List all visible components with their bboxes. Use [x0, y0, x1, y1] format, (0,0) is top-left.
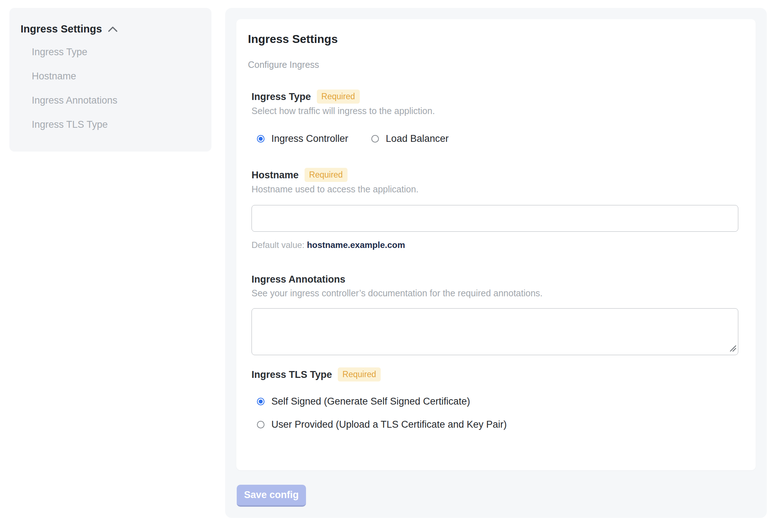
- ingress-annotations-help: See your ingress controller’s documentat…: [252, 287, 738, 299]
- radio-option-load-balancer[interactable]: Load Balancer: [371, 132, 449, 145]
- ingress-type-radio-group: Ingress Controller Load Balancer: [257, 132, 738, 145]
- settings-nav-sidebar: Ingress Settings Ingress Type Hostname I…: [9, 8, 211, 152]
- required-badge: Required: [317, 90, 360, 104]
- radio-selected-icon[interactable]: [257, 398, 265, 405]
- page-subtitle: Configure Ingress: [248, 59, 738, 70]
- sidebar-section-title: Ingress Settings: [21, 22, 102, 35]
- default-value-label: Default value:: [252, 240, 305, 250]
- sidebar-item-ingress-type[interactable]: Ingress Type: [32, 45, 204, 59]
- sidebar-item-list: Ingress Type Hostname Ingress Annotation…: [21, 45, 204, 132]
- sidebar-section-toggle[interactable]: Ingress Settings: [21, 22, 204, 35]
- save-config-button[interactable]: Save config: [237, 485, 306, 507]
- default-value-text: hostname.example.com: [307, 240, 405, 250]
- ingress-annotations-label: Ingress Annotations: [252, 273, 345, 286]
- ingress-settings-card: Ingress Settings Configure Ingress Ingre…: [236, 19, 756, 470]
- radio-label-load-balancer: Load Balancer: [386, 132, 449, 145]
- radio-unselected-icon[interactable]: [257, 421, 265, 428]
- ingress-annotations-textarea[interactable]: [252, 308, 738, 355]
- section-ingress-type: Ingress Type Required Select how traffic…: [252, 90, 738, 145]
- radio-unselected-icon[interactable]: [371, 135, 379, 143]
- sidebar-item-hostname[interactable]: Hostname: [32, 69, 204, 83]
- chevron-up-icon: [108, 26, 118, 34]
- section-ingress-annotations: Ingress Annotations See your ingress con…: [252, 273, 738, 355]
- required-badge: Required: [305, 168, 348, 182]
- sidebar-item-ingress-annotations[interactable]: Ingress Annotations: [32, 93, 204, 108]
- sidebar-item-ingress-tls-type[interactable]: Ingress TLS Type: [32, 117, 204, 132]
- radio-option-ingress-controller[interactable]: Ingress Controller: [257, 132, 348, 145]
- hostname-default-row: Default value: hostname.example.com: [252, 240, 738, 250]
- radio-option-user-provided[interactable]: User Provided (Upload a TLS Certificate …: [257, 418, 738, 431]
- hostname-input[interactable]: [252, 205, 738, 232]
- page-title: Ingress Settings: [248, 32, 738, 46]
- required-badge: Required: [338, 367, 381, 381]
- hostname-help: Hostname used to access the application.: [252, 183, 738, 195]
- ingress-tls-type-label: Ingress TLS Type: [252, 368, 332, 381]
- section-hostname: Hostname Required Hostname used to acces…: [252, 168, 738, 250]
- ingress-type-label: Ingress Type: [252, 90, 311, 103]
- ingress-type-help: Select how traffic will ingress to the a…: [252, 105, 738, 117]
- settings-panel: Ingress Settings Configure Ingress Ingre…: [225, 8, 767, 518]
- radio-selected-icon[interactable]: [257, 135, 265, 143]
- radio-label-self-signed: Self Signed (Generate Self Signed Certif…: [271, 395, 470, 407]
- resize-handle-icon[interactable]: [729, 344, 737, 353]
- radio-label-user-provided: User Provided (Upload a TLS Certificate …: [271, 418, 507, 431]
- section-ingress-tls-type: Ingress TLS Type Required Self Signed (G…: [252, 367, 738, 431]
- radio-label-ingress-controller: Ingress Controller: [271, 132, 348, 145]
- radio-option-self-signed[interactable]: Self Signed (Generate Self Signed Certif…: [257, 395, 738, 407]
- tls-radio-group: Self Signed (Generate Self Signed Certif…: [257, 395, 738, 431]
- hostname-label: Hostname: [252, 169, 299, 182]
